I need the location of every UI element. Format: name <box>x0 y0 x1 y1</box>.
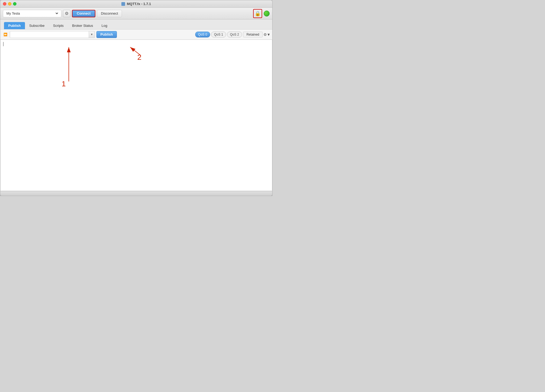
connection-status-indicator <box>264 11 270 16</box>
retained-button[interactable]: Retained <box>243 32 263 37</box>
tab-publish[interactable]: Publish <box>4 22 25 29</box>
minimize-button[interactable] <box>8 2 11 6</box>
publish-settings-button[interactable]: ⚙▼ <box>264 31 270 38</box>
topic-dropdown-button[interactable]: ▼ <box>89 31 95 38</box>
status-bar <box>0 191 272 196</box>
tab-log[interactable]: Log <box>97 22 112 29</box>
window-controls <box>3 2 16 6</box>
tab-scripts[interactable]: Scripts <box>49 22 68 29</box>
chevron-down-icon: ▼ <box>91 33 93 36</box>
app-window: MQTT.fx - 1.7.1 My Tesla ⚙ Connect Disco… <box>0 0 272 196</box>
message-editor[interactable]: 1 2 <box>0 40 272 191</box>
app-icon <box>121 2 125 6</box>
annotation-overlay <box>1 40 272 191</box>
maximize-button[interactable] <box>13 2 16 6</box>
qos-group: QoS 0 QoS 1 QoS 2 Retained ⚙▼ <box>195 31 270 38</box>
qos2-button[interactable]: QoS 2 <box>227 32 242 37</box>
topic-input-wrapper: ▼ <box>10 31 95 38</box>
history-button[interactable]: ⏩ <box>2 32 8 37</box>
annotation-1: 1 <box>62 80 66 88</box>
text-cursor <box>3 42 3 46</box>
tab-bar: Publish Subscribe Scripts Broker Status … <box>0 19 272 29</box>
settings-gear-button[interactable]: ⚙ <box>63 10 70 17</box>
window-title: MQTT.fx - 1.7.1 <box>121 2 151 6</box>
svg-line-3 <box>130 47 141 55</box>
connect-button[interactable]: Connect <box>72 10 95 17</box>
disconnect-button[interactable]: Disconnect <box>97 10 122 17</box>
connection-dropdown[interactable]: My Tesla <box>5 11 59 16</box>
main-toolbar: My Tesla ⚙ Connect Disconnect 🔒 <box>0 8 272 19</box>
tab-broker-status[interactable]: Broker Status <box>68 22 97 29</box>
tab-subscribe[interactable]: Subscribe <box>25 22 49 29</box>
titlebar: MQTT.fx - 1.7.1 <box>0 0 272 8</box>
close-button[interactable] <box>3 2 6 6</box>
publish-button[interactable]: Publish <box>96 31 117 38</box>
publish-toolbar: ⏩ ▼ Publish QoS 0 QoS 1 QoS 2 Retained ⚙… <box>0 29 272 40</box>
gear-cog-icon: ⚙▼ <box>263 32 271 37</box>
ssl-lock-button[interactable]: 🔒 <box>253 9 262 18</box>
qos0-button[interactable]: QoS 0 <box>195 32 210 37</box>
qos1-button[interactable]: QoS 1 <box>211 32 226 37</box>
lock-icon: 🔒 <box>255 11 261 16</box>
annotation-2: 2 <box>137 53 142 62</box>
topic-input[interactable] <box>10 31 89 38</box>
connection-selector[interactable]: My Tesla <box>3 10 61 17</box>
